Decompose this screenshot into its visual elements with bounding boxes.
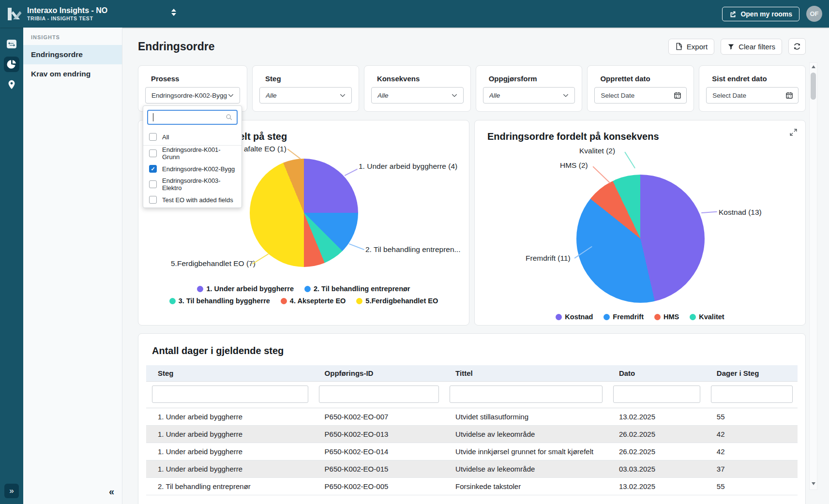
main-content: Endringsordre Export Clear filters bbox=[122, 28, 829, 504]
col-tittel[interactable]: Tittel bbox=[444, 365, 607, 382]
external-link-icon bbox=[729, 10, 737, 17]
refresh-icon bbox=[793, 42, 801, 51]
insights-pie-chart-icon[interactable] bbox=[4, 57, 19, 72]
col-oppforings-id[interactable]: Oppførings-ID bbox=[313, 365, 444, 382]
col-dager-i-steg[interactable]: Dager i Steg bbox=[705, 365, 798, 382]
table-row[interactable]: 1. Under arbeid byggherreP650-K002-EO-01… bbox=[146, 443, 798, 460]
scrollbar-thumb[interactable] bbox=[811, 73, 816, 100]
rail-expand-button[interactable]: » bbox=[4, 484, 19, 498]
filter-opprettet-dato-label: Opprettet dato bbox=[600, 74, 687, 83]
chevron-down-icon bbox=[562, 91, 570, 99]
col-dato[interactable]: Dato bbox=[607, 365, 705, 382]
callout-til-behandling-entreprenor: 2. Til behandling entrepren... bbox=[365, 245, 460, 254]
filter-oppgjorsform-value: Alle bbox=[489, 92, 562, 99]
filter-prosess: Prosess Endringsordre-K002-Bygg bbox=[138, 65, 247, 112]
table-row[interactable]: 1. Under arbeid byggherreP650-K002-EO-01… bbox=[146, 460, 798, 478]
chevron-down-icon bbox=[339, 91, 347, 99]
legend-item: 4. Aksepterte EO bbox=[281, 297, 346, 305]
filter-prosess-value: Endringsordre-K002-Bygg bbox=[151, 92, 227, 99]
room-selector-sort-icon[interactable] bbox=[170, 9, 177, 18]
checkbox-icon bbox=[149, 149, 157, 157]
filter-input-dager[interactable] bbox=[711, 385, 793, 403]
checkbox-icon bbox=[149, 165, 157, 173]
prosess-option-all[interactable]: All bbox=[143, 129, 241, 145]
legend-item: Kvalitet bbox=[690, 313, 724, 321]
legend-item: 1. Under arbeid byggherre bbox=[197, 285, 294, 293]
chevron-down-icon bbox=[227, 91, 235, 99]
sidebar-collapse-button[interactable]: « bbox=[109, 486, 114, 497]
filter-oppgjorsform-select[interactable]: Alle bbox=[483, 87, 575, 104]
sidebar: INSIGHTS Endringsordre Krav om endring « bbox=[23, 28, 122, 504]
open-my-rooms-label: Open my rooms bbox=[740, 10, 792, 18]
export-file-icon bbox=[675, 43, 683, 50]
sidebar-item-endringsordre[interactable]: Endringsordre bbox=[23, 45, 122, 64]
search-icon bbox=[226, 114, 233, 121]
filter-steg-label: Steg bbox=[265, 74, 352, 83]
legend-dot bbox=[690, 314, 696, 320]
filter-sist-endret-dato-input[interactable]: Select Date bbox=[706, 87, 799, 104]
scrollbar-down-icon[interactable] bbox=[810, 480, 817, 488]
prosess-option-k001[interactable]: Endringsordre-K001-Grunn bbox=[143, 146, 241, 161]
export-button[interactable]: Export bbox=[668, 39, 714, 55]
icon-rail: » bbox=[0, 28, 23, 504]
table-header-row: Steg Oppførings-ID Tittel Dato Dager i S… bbox=[146, 365, 798, 382]
legend-item: 3. Til behandling byggherre bbox=[169, 297, 270, 305]
app-header: Interaxo Insights - NO TRIBIA - INSIGHTS… bbox=[0, 0, 829, 28]
scrollbar-up-icon[interactable] bbox=[810, 63, 817, 71]
sidebar-item-krav-om-endring[interactable]: Krav om endring bbox=[23, 64, 122, 84]
prosess-option-k002[interactable]: Endringsordre-K002-Bygg bbox=[143, 161, 241, 177]
location-pin-icon[interactable] bbox=[4, 77, 19, 92]
legend-dot bbox=[281, 298, 287, 304]
legend-dot bbox=[304, 286, 311, 292]
app-title: Interaxo Insights - NO bbox=[27, 6, 107, 15]
filter-input-dato[interactable] bbox=[613, 385, 700, 403]
leader-line bbox=[701, 211, 717, 213]
clear-filters-label: Clear filters bbox=[739, 43, 775, 51]
pie-chart-konsekvens[interactable] bbox=[576, 175, 705, 303]
filter-opprettet-dato: Opprettet dato Select Date bbox=[587, 65, 694, 112]
dager-table: Steg Oppførings-ID Tittel Dato Dager i S… bbox=[146, 365, 798, 495]
chart-konsekvens-legend: Kostnad Fremdrift HMS Kvalitet bbox=[475, 313, 805, 321]
sidebar-section-label: INSIGHTS bbox=[23, 34, 122, 45]
checkbox-icon bbox=[149, 180, 157, 188]
filter-steg-select[interactable]: Alle bbox=[259, 87, 352, 104]
legend-item: HMS bbox=[654, 313, 679, 321]
legend-dot bbox=[169, 298, 176, 304]
filter-konsekvens-select[interactable]: Alle bbox=[371, 87, 464, 104]
checkbox-icon bbox=[149, 133, 157, 141]
table-row[interactable]: 2. Til behandling entreprenørP650-K002-E… bbox=[146, 478, 798, 495]
clear-filters-button[interactable]: Clear filters bbox=[721, 39, 782, 55]
leader-line bbox=[624, 151, 635, 168]
refresh-button[interactable] bbox=[788, 38, 806, 55]
leader-line bbox=[349, 243, 364, 250]
leader-line bbox=[345, 168, 358, 176]
checkbox-icon bbox=[149, 196, 157, 204]
filter-input-tittel[interactable] bbox=[450, 385, 603, 403]
prosess-option-label: Endringsordre-K002-Bygg bbox=[162, 165, 235, 173]
expand-chart-icon[interactable] bbox=[789, 128, 798, 136]
vertical-scrollbar[interactable] bbox=[809, 62, 817, 490]
legend-dot bbox=[556, 314, 562, 320]
transfer-icon[interactable] bbox=[4, 36, 19, 52]
filter-prosess-select[interactable]: Endringsordre-K002-Bygg bbox=[145, 87, 240, 104]
open-my-rooms-button[interactable]: Open my rooms bbox=[722, 7, 799, 21]
legend-item: 2. Til behandling entreprenør bbox=[304, 285, 410, 293]
chart-steg-legend: 1. Under arbeid byggherre 2. Til behandl… bbox=[138, 285, 469, 305]
prosess-option-k003[interactable]: Endringsordre-K003-Elektro bbox=[143, 177, 241, 192]
leader-line bbox=[592, 166, 610, 183]
avatar[interactable]: OF bbox=[806, 6, 822, 22]
prosess-option-test-eo[interactable]: Test EO with added fields bbox=[143, 192, 241, 208]
callout-ferdigbehandlet: 5.Ferdigbehandlet EO (7) bbox=[171, 259, 256, 268]
table-row[interactable]: 1. Under arbeid byggherreP650-K002-EO-00… bbox=[146, 408, 798, 426]
prosess-search-input[interactable] bbox=[147, 110, 238, 125]
filter-funnel-icon bbox=[727, 43, 735, 50]
filter-oppgjorsform: Oppgjørsform Alle bbox=[476, 65, 583, 112]
filter-opprettet-dato-input[interactable]: Select Date bbox=[594, 87, 687, 104]
col-steg[interactable]: Steg bbox=[146, 365, 313, 382]
legend-dot bbox=[654, 314, 661, 320]
chevron-down-icon bbox=[451, 91, 458, 99]
filter-input-oppforings-id[interactable] bbox=[319, 385, 439, 403]
filter-input-steg[interactable] bbox=[152, 385, 308, 403]
table-row[interactable]: 1. Under arbeid byggherreP650-K002-EO-01… bbox=[146, 426, 798, 443]
pie-chart-steg[interactable] bbox=[250, 159, 358, 267]
